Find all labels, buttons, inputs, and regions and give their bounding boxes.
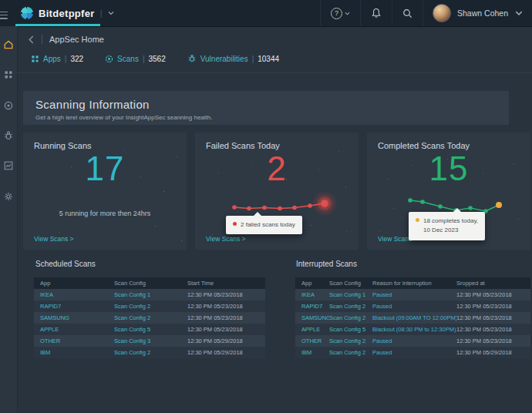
- view-scans-link[interactable]: View Scans >: [34, 235, 74, 243]
- scan-config-cell[interactable]: Scan Config 2: [329, 314, 372, 321]
- tooltip-red-dot-icon: [233, 222, 237, 226]
- scan-config-cell[interactable]: Scan Config 5: [329, 326, 372, 333]
- brand-active-underline: [15, 24, 100, 26]
- stat-label: Apps: [43, 55, 61, 63]
- bell-icon: [371, 8, 382, 18]
- starfield-decoration: [367, 133, 368, 133]
- app-cell[interactable]: APPLE: [34, 326, 114, 333]
- app-cell[interactable]: OTHER: [34, 337, 114, 344]
- completed-scans-count: 15: [367, 149, 530, 188]
- tooltip-orange-dot-icon: [416, 218, 419, 222]
- stopped-at-cell: 12:30 PM 05/23/2018: [456, 291, 530, 298]
- topbar: Bitdetppfer | ?: [0, 0, 532, 27]
- failed-scans-card: Failed Scans Today 2 2 failed scans toda…: [195, 133, 359, 250]
- header-divider: [17, 72, 532, 73]
- app-cell[interactable]: RAPID7: [295, 303, 329, 310]
- table-header: App Scan Config Reason for Interruption …: [295, 277, 530, 289]
- stats-row: Apps | 322 Scans | 3562 Vulnerabi: [31, 54, 279, 63]
- app-cell[interactable]: RAPID7: [34, 303, 114, 310]
- table-row[interactable]: OTHER Scan Config 2 Paused 12:30 PM 05/2…: [295, 335, 530, 347]
- table-row[interactable]: RAPID7 Scan Config 2 Paused 12:30 PM 05/…: [295, 301, 530, 312]
- column-header-reason: Reason for Interruption: [372, 280, 456, 287]
- start-time-cell: 12:30 PM 05/23/2018: [187, 326, 265, 333]
- app-cell[interactable]: APPLE: [295, 326, 329, 333]
- brand-chevron-down-icon[interactable]: [108, 10, 114, 16]
- search-button[interactable]: [392, 0, 423, 26]
- page-title: AppSec Home: [49, 35, 104, 44]
- failed-scans-sparkline: [229, 197, 332, 216]
- table-row[interactable]: SAMSUNG Scan Config 2 Blackout (09:00AM …: [295, 312, 530, 324]
- app-cell[interactable]: SAMSUNG: [34, 314, 114, 321]
- scan-config-cell[interactable]: Scan Config 2: [329, 349, 372, 356]
- stat-label: Vulnerabilities: [200, 55, 248, 63]
- table-row[interactable]: APPLE Scan Config 5 12:30 PM 05/23/2018: [34, 324, 265, 335]
- table-row[interactable]: IBM Scan Config 2 Paused 12:30 PM 05/29/…: [295, 347, 530, 358]
- appsec-dashboard: Bitdetppfer | ?: [0, 0, 532, 413]
- user-chevron-down-icon: [515, 9, 523, 17]
- app-cell[interactable]: OTHER: [295, 337, 329, 344]
- table-row[interactable]: APPLE Scan Config 5 Blackout (08:30 PM t…: [295, 324, 530, 335]
- interrupted-scans-title: Interrupted Scans: [296, 260, 357, 268]
- reason-cell: Paused: [372, 349, 456, 356]
- app-cell[interactable]: IKEA: [295, 291, 329, 298]
- start-time-cell: 12:30 PM 05/23/2018: [187, 291, 265, 298]
- scan-config-cell[interactable]: Scan Config 5: [114, 326, 187, 333]
- help-icon: ?: [331, 8, 342, 19]
- help-button[interactable]: ?: [321, 0, 360, 26]
- menu-icon[interactable]: [0, 9, 8, 21]
- interrupted-scans-table: App Scan Config Reason for Interruption …: [295, 277, 530, 358]
- app-cell[interactable]: IKEA: [34, 291, 114, 298]
- back-icon[interactable]: [28, 35, 35, 44]
- notifications-button[interactable]: [361, 0, 392, 26]
- scan-config-cell[interactable]: Scan Config 2: [114, 314, 187, 321]
- scan-config-cell[interactable]: Scan Config 2: [114, 303, 187, 310]
- stopped-at-cell: 12:30 PM 05/23/2018: [456, 314, 530, 321]
- target-icon: [105, 55, 113, 63]
- stat-value: 10344: [258, 55, 279, 63]
- column-header-stopped-at: Sropped at: [456, 280, 530, 287]
- scan-config-cell[interactable]: Scan Config 1: [329, 291, 372, 298]
- column-header-app: App: [295, 280, 329, 287]
- column-header-app: App: [34, 280, 114, 287]
- scan-config-cell[interactable]: Scan Config 2: [329, 303, 372, 310]
- banner-subtitle: Get a high lerel overview of your Insigh…: [35, 114, 497, 121]
- reason-cell: Paused: [372, 291, 456, 298]
- table-row[interactable]: RAPID7 Scan Config 2 12:30 PM 05/23/2018: [34, 301, 265, 312]
- scanning-information-banner: Scanning Information Get a high lerel ov…: [23, 91, 509, 125]
- app-cell[interactable]: SAMSUNG: [295, 314, 329, 321]
- stopped-at-cell: 12:30 PM 05/23/2018: [456, 326, 530, 333]
- stat-apps[interactable]: Apps | 322: [31, 55, 83, 63]
- table-row[interactable]: IBM Scan Config 2 12:30 PM 05/29/2018: [34, 347, 265, 358]
- starfield-decoration: [195, 133, 196, 133]
- table-row[interactable]: IKEA Scan Config 1 12:30 PM 05/23/2018: [34, 289, 265, 301]
- scan-config-cell[interactable]: Scan Config 2: [114, 349, 187, 356]
- banner-title: Scanning Information: [35, 98, 497, 111]
- reason-cell: Paused: [372, 303, 456, 310]
- app-cell[interactable]: IBM: [295, 349, 329, 356]
- completed-scans-tooltip: 18 completes today, 10 Dec 2023: [409, 212, 485, 240]
- apps-grid-icon: [31, 55, 39, 63]
- running-scans-card: Running Scans 17 5 running for more then…: [23, 133, 187, 250]
- stat-scans[interactable]: Scans | 3562: [105, 55, 166, 63]
- stopped-at-cell: 12:30 PM 05/23/2018: [456, 337, 530, 344]
- reason-cell: Blackout (09:00AM TO 12:00PM): [372, 314, 456, 321]
- user-menu[interactable]: Shawn Cohen: [423, 4, 532, 22]
- app-cell[interactable]: IBM: [34, 349, 114, 356]
- brand-logo-icon: [21, 7, 33, 19]
- table-row[interactable]: SAMSUNG Scan Config 2 12:30 PM 05/23/201…: [34, 312, 265, 324]
- brand[interactable]: Bitdetppfer |: [21, 0, 114, 26]
- view-scans-link[interactable]: View Scans >: [206, 235, 246, 243]
- stat-separator: |: [143, 55, 145, 63]
- completed-scans-card: Completed Scans Today 15 18 completes to…: [367, 133, 530, 250]
- running-scans-count: 17: [23, 149, 187, 188]
- stat-vulnerabilities[interactable]: Vulnerabilities | 10344: [187, 54, 279, 63]
- scan-config-cell[interactable]: Scan Config 1: [114, 291, 187, 298]
- breadcrumb-divider: [42, 35, 42, 44]
- scan-config-cell[interactable]: Scan Config 3: [114, 337, 187, 344]
- starfield-decoration: [23, 133, 24, 133]
- table-row[interactable]: IKEA Scan Config 1 Paused 12:30 PM 05/23…: [295, 289, 530, 301]
- table-row[interactable]: OTHER Scan Config 3 12:30 PM 05/29/2018: [34, 335, 265, 347]
- stat-separator: |: [252, 55, 254, 63]
- scan-config-cell[interactable]: Scan Config 2: [329, 337, 372, 344]
- failed-scans-tooltip: 2 failed scans today: [226, 216, 302, 234]
